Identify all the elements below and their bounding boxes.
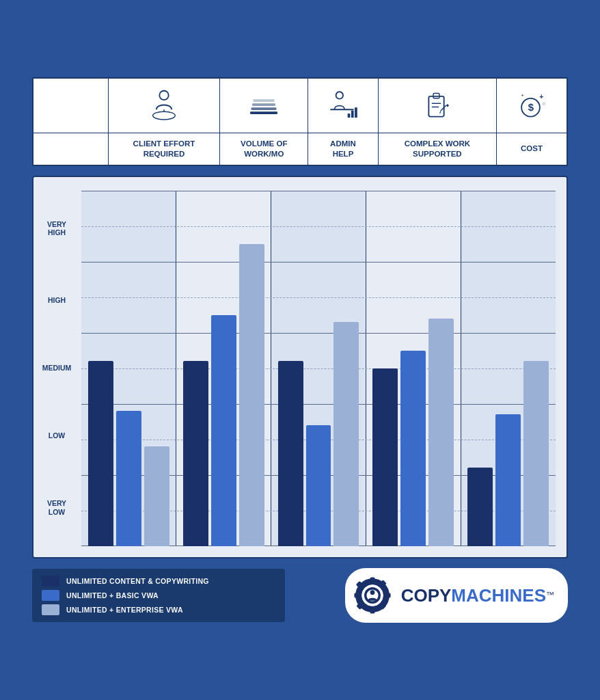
- bar-dark-cost: [467, 468, 493, 546]
- bar-dark-volume: [183, 361, 208, 546]
- bar-dark-admin-help: [278, 361, 303, 546]
- main-card: $ + ○ + CLIENT EFFORTREQUIRED VOLUME OFW…: [20, 65, 580, 634]
- legend-item-1: UNLIMITED CONTENT & COPYWRITING: [42, 576, 275, 587]
- icon-complex-work: [378, 78, 496, 133]
- label-row: CLIENT EFFORTREQUIRED VOLUME OFWORK/MO A…: [33, 133, 567, 165]
- svg-point-0: [159, 90, 168, 99]
- svg-text:+: +: [521, 92, 523, 98]
- svg-rect-10: [351, 110, 354, 117]
- svg-text:$: $: [528, 101, 534, 112]
- label-client-effort: CLIENT EFFORTREQUIRED: [108, 133, 220, 165]
- chart-container: VERYHIGH HIGH MEDIUM LOW VERYLOW: [32, 176, 568, 558]
- svg-rect-9: [348, 113, 351, 118]
- bar-mid-volume: [211, 315, 236, 546]
- icon-admin-help: [308, 78, 379, 133]
- person-desk-icon: [325, 88, 361, 124]
- header-table: $ + ○ + CLIENT EFFORTREQUIRED VOLUME OFW…: [32, 77, 568, 165]
- svg-point-1: [153, 111, 176, 120]
- svg-line-17: [440, 110, 441, 113]
- bar-group-client-effort: [81, 191, 176, 546]
- clipboard-pen-icon: [420, 88, 455, 124]
- svg-rect-25: [370, 577, 374, 582]
- label-admin-help: ADMINHELP: [308, 133, 379, 165]
- chart-plot-area: [81, 191, 556, 546]
- svg-text:+: +: [539, 93, 543, 100]
- bar-light-client-effort: [144, 446, 169, 546]
- bar-group-cost: [461, 191, 556, 546]
- icon-volume: [220, 78, 308, 133]
- logo-gear-icon: [352, 575, 393, 616]
- logo-area: COPYMACHINES™: [345, 568, 568, 623]
- svg-rect-3: [254, 99, 275, 102]
- svg-rect-26: [370, 608, 374, 614]
- logo-machines-word: MACHINES: [451, 585, 546, 606]
- logo-copy-word: COPY: [401, 585, 452, 606]
- svg-text:○: ○: [543, 100, 545, 107]
- legend-label-1: UNLIMITED CONTENT & COPYWRITING: [66, 577, 209, 585]
- bar-mid-client-effort: [116, 411, 141, 546]
- icon-row: $ + ○ +: [33, 78, 567, 133]
- y-label-low: LOW: [33, 431, 80, 440]
- bar-mid-complex-work: [400, 351, 426, 546]
- svg-rect-11: [355, 107, 357, 118]
- logo-text: COPYMACHINES™: [401, 587, 554, 604]
- bar-group-admin-help: [271, 191, 366, 546]
- svg-rect-27: [354, 593, 359, 597]
- bar-group-complex-work: [366, 191, 461, 546]
- bar-group-volume: [176, 191, 271, 546]
- bar-mid-admin-help: [306, 425, 331, 546]
- legend: UNLIMITED CONTENT & COPYWRITING UNLIMITE…: [32, 569, 285, 622]
- legend-swatch-mid: [42, 590, 59, 601]
- legend-item-3: UNLIMITED + ENTERPRISE VWA: [42, 604, 275, 615]
- svg-rect-4: [252, 103, 275, 106]
- svg-rect-6: [250, 111, 277, 114]
- logo-copy-text: COPYMACHINES™: [401, 587, 554, 604]
- legend-swatch-light: [42, 604, 59, 615]
- y-label-medium: MEDIUM: [33, 364, 80, 373]
- bar-mid-cost: [495, 414, 521, 546]
- label-cost: COST: [496, 133, 567, 165]
- svg-rect-28: [385, 593, 390, 597]
- svg-point-35: [370, 590, 374, 595]
- bottom-row: UNLIMITED CONTENT & COPYWRITING UNLIMITE…: [32, 568, 568, 623]
- bar-light-cost: [523, 361, 549, 546]
- bar-light-complex-work: [428, 319, 454, 546]
- stacked-papers-icon: [246, 88, 282, 124]
- legend-swatch-dark: [42, 576, 59, 587]
- legend-label-2: UNLIMITED + BASIC VWA: [66, 591, 159, 600]
- spacer-cell: [33, 78, 108, 133]
- bar-dark-complex-work: [372, 368, 398, 546]
- bars-area: [81, 191, 556, 546]
- y-label-high: HIGH: [33, 296, 80, 305]
- icon-cost: $ + ○ +: [496, 78, 567, 133]
- empty-label-cell: [33, 133, 108, 165]
- label-volume: VOLUME OFWORK/MO: [220, 133, 308, 165]
- legend-label-3: UNLIMITED + ENTERPRISE VWA: [66, 606, 183, 614]
- person-hand-icon: [146, 88, 182, 124]
- bar-light-volume: [239, 244, 264, 546]
- svg-rect-5: [251, 107, 277, 110]
- y-label-very-high: VERYHIGH: [33, 220, 80, 237]
- coin-dollar-icon: $ + ○ +: [514, 88, 549, 124]
- bar-dark-client-effort: [88, 361, 113, 546]
- y-axis-labels: VERYHIGH HIGH MEDIUM LOW VERYLOW: [33, 177, 80, 557]
- bar-light-admin-help: [333, 322, 359, 546]
- logo-tm: ™: [546, 589, 554, 599]
- icon-client-effort: [108, 78, 220, 133]
- legend-item-2: UNLIMITED + BASIC VWA: [42, 590, 275, 601]
- y-label-very-low: VERYLOW: [33, 499, 80, 516]
- label-complex-work: COMPLEX WORKSUPPORTED: [378, 133, 496, 165]
- svg-point-7: [336, 92, 343, 98]
